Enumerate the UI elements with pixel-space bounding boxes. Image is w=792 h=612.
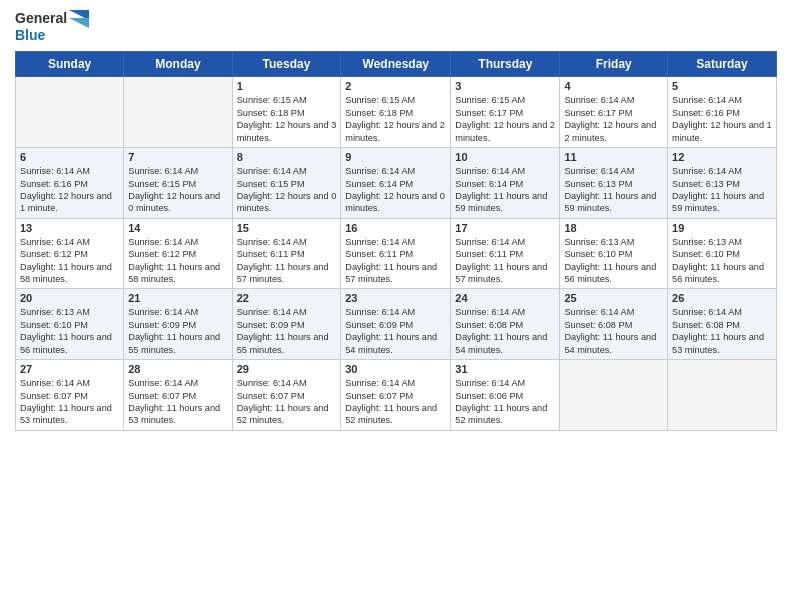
day-info: Sunrise: 6:14 AMSunset: 6:13 PMDaylight:… <box>672 165 772 215</box>
calendar-cell: 9Sunrise: 6:14 AMSunset: 6:14 PMDaylight… <box>341 148 451 219</box>
col-header-tuesday: Tuesday <box>232 52 341 77</box>
day-info: Sunrise: 6:14 AMSunset: 6:14 PMDaylight:… <box>345 165 446 215</box>
svg-marker-1 <box>69 18 89 28</box>
day-number: 19 <box>672 222 772 234</box>
day-number: 9 <box>345 151 446 163</box>
day-info: Sunrise: 6:14 AMSunset: 6:16 PMDaylight:… <box>672 94 772 144</box>
calendar-cell: 25Sunrise: 6:14 AMSunset: 6:08 PMDayligh… <box>560 289 668 360</box>
col-header-sunday: Sunday <box>16 52 124 77</box>
calendar-cell: 10Sunrise: 6:14 AMSunset: 6:14 PMDayligh… <box>451 148 560 219</box>
calendar-cell: 8Sunrise: 6:14 AMSunset: 6:15 PMDaylight… <box>232 148 341 219</box>
day-info: Sunrise: 6:14 AMSunset: 6:15 PMDaylight:… <box>128 165 227 215</box>
day-info: Sunrise: 6:14 AMSunset: 6:13 PMDaylight:… <box>564 165 663 215</box>
calendar-cell: 4Sunrise: 6:14 AMSunset: 6:17 PMDaylight… <box>560 77 668 148</box>
day-info: Sunrise: 6:14 AMSunset: 6:16 PMDaylight:… <box>20 165 119 215</box>
calendar-cell: 29Sunrise: 6:14 AMSunset: 6:07 PMDayligh… <box>232 360 341 431</box>
logo: General Blue <box>15 10 89 43</box>
col-header-friday: Friday <box>560 52 668 77</box>
day-number: 13 <box>20 222 119 234</box>
calendar-cell: 18Sunrise: 6:13 AMSunset: 6:10 PMDayligh… <box>560 218 668 289</box>
day-number: 23 <box>345 292 446 304</box>
day-number: 16 <box>345 222 446 234</box>
day-number: 21 <box>128 292 227 304</box>
header: General Blue <box>15 10 777 43</box>
calendar-cell: 23Sunrise: 6:14 AMSunset: 6:09 PMDayligh… <box>341 289 451 360</box>
day-number: 31 <box>455 363 555 375</box>
calendar-cell: 21Sunrise: 6:14 AMSunset: 6:09 PMDayligh… <box>124 289 232 360</box>
day-info: Sunrise: 6:14 AMSunset: 6:14 PMDaylight:… <box>455 165 555 215</box>
day-number: 3 <box>455 80 555 92</box>
day-number: 26 <box>672 292 772 304</box>
col-header-monday: Monday <box>124 52 232 77</box>
calendar-cell: 12Sunrise: 6:14 AMSunset: 6:13 PMDayligh… <box>668 148 777 219</box>
day-number: 2 <box>345 80 446 92</box>
calendar-cell: 6Sunrise: 6:14 AMSunset: 6:16 PMDaylight… <box>16 148 124 219</box>
calendar-cell: 16Sunrise: 6:14 AMSunset: 6:11 PMDayligh… <box>341 218 451 289</box>
day-info: Sunrise: 6:14 AMSunset: 6:08 PMDaylight:… <box>672 306 772 356</box>
day-number: 20 <box>20 292 119 304</box>
calendar-cell: 28Sunrise: 6:14 AMSunset: 6:07 PMDayligh… <box>124 360 232 431</box>
calendar-cell: 31Sunrise: 6:14 AMSunset: 6:06 PMDayligh… <box>451 360 560 431</box>
day-info: Sunrise: 6:14 AMSunset: 6:07 PMDaylight:… <box>237 377 337 427</box>
day-number: 30 <box>345 363 446 375</box>
calendar-cell: 20Sunrise: 6:13 AMSunset: 6:10 PMDayligh… <box>16 289 124 360</box>
day-info: Sunrise: 6:13 AMSunset: 6:10 PMDaylight:… <box>20 306 119 356</box>
calendar-cell: 15Sunrise: 6:14 AMSunset: 6:11 PMDayligh… <box>232 218 341 289</box>
day-number: 6 <box>20 151 119 163</box>
page: General Blue SundayMondayTuesdayWednesda… <box>0 0 792 612</box>
calendar-cell: 3Sunrise: 6:15 AMSunset: 6:17 PMDaylight… <box>451 77 560 148</box>
calendar-cell: 5Sunrise: 6:14 AMSunset: 6:16 PMDaylight… <box>668 77 777 148</box>
calendar-cell: 30Sunrise: 6:14 AMSunset: 6:07 PMDayligh… <box>341 360 451 431</box>
calendar-cell: 17Sunrise: 6:14 AMSunset: 6:11 PMDayligh… <box>451 218 560 289</box>
day-info: Sunrise: 6:14 AMSunset: 6:15 PMDaylight:… <box>237 165 337 215</box>
day-number: 8 <box>237 151 337 163</box>
day-info: Sunrise: 6:15 AMSunset: 6:18 PMDaylight:… <box>237 94 337 144</box>
day-info: Sunrise: 6:14 AMSunset: 6:07 PMDaylight:… <box>128 377 227 427</box>
day-info: Sunrise: 6:15 AMSunset: 6:18 PMDaylight:… <box>345 94 446 144</box>
calendar-cell: 27Sunrise: 6:14 AMSunset: 6:07 PMDayligh… <box>16 360 124 431</box>
day-number: 27 <box>20 363 119 375</box>
calendar: SundayMondayTuesdayWednesdayThursdayFrid… <box>15 51 777 430</box>
calendar-cell: 14Sunrise: 6:14 AMSunset: 6:12 PMDayligh… <box>124 218 232 289</box>
day-info: Sunrise: 6:14 AMSunset: 6:12 PMDaylight:… <box>20 236 119 286</box>
day-number: 29 <box>237 363 337 375</box>
day-number: 22 <box>237 292 337 304</box>
day-number: 24 <box>455 292 555 304</box>
calendar-cell <box>668 360 777 431</box>
col-header-saturday: Saturday <box>668 52 777 77</box>
day-info: Sunrise: 6:14 AMSunset: 6:08 PMDaylight:… <box>455 306 555 356</box>
day-number: 4 <box>564 80 663 92</box>
day-info: Sunrise: 6:14 AMSunset: 6:08 PMDaylight:… <box>564 306 663 356</box>
calendar-cell: 7Sunrise: 6:14 AMSunset: 6:15 PMDaylight… <box>124 148 232 219</box>
day-info: Sunrise: 6:14 AMSunset: 6:11 PMDaylight:… <box>455 236 555 286</box>
day-info: Sunrise: 6:14 AMSunset: 6:07 PMDaylight:… <box>20 377 119 427</box>
day-info: Sunrise: 6:14 AMSunset: 6:12 PMDaylight:… <box>128 236 227 286</box>
calendar-cell: 19Sunrise: 6:13 AMSunset: 6:10 PMDayligh… <box>668 218 777 289</box>
calendar-cell: 11Sunrise: 6:14 AMSunset: 6:13 PMDayligh… <box>560 148 668 219</box>
calendar-cell: 26Sunrise: 6:14 AMSunset: 6:08 PMDayligh… <box>668 289 777 360</box>
day-number: 5 <box>672 80 772 92</box>
day-info: Sunrise: 6:13 AMSunset: 6:10 PMDaylight:… <box>564 236 663 286</box>
calendar-cell: 2Sunrise: 6:15 AMSunset: 6:18 PMDaylight… <box>341 77 451 148</box>
day-number: 15 <box>237 222 337 234</box>
day-number: 18 <box>564 222 663 234</box>
calendar-cell: 13Sunrise: 6:14 AMSunset: 6:12 PMDayligh… <box>16 218 124 289</box>
day-number: 12 <box>672 151 772 163</box>
day-number: 17 <box>455 222 555 234</box>
calendar-cell <box>124 77 232 148</box>
day-number: 11 <box>564 151 663 163</box>
calendar-cell: 1Sunrise: 6:15 AMSunset: 6:18 PMDaylight… <box>232 77 341 148</box>
day-info: Sunrise: 6:15 AMSunset: 6:17 PMDaylight:… <box>455 94 555 144</box>
calendar-cell: 22Sunrise: 6:14 AMSunset: 6:09 PMDayligh… <box>232 289 341 360</box>
day-info: Sunrise: 6:13 AMSunset: 6:10 PMDaylight:… <box>672 236 772 286</box>
day-info: Sunrise: 6:14 AMSunset: 6:17 PMDaylight:… <box>564 94 663 144</box>
day-number: 14 <box>128 222 227 234</box>
day-info: Sunrise: 6:14 AMSunset: 6:06 PMDaylight:… <box>455 377 555 427</box>
day-number: 28 <box>128 363 227 375</box>
col-header-wednesday: Wednesday <box>341 52 451 77</box>
day-info: Sunrise: 6:14 AMSunset: 6:11 PMDaylight:… <box>237 236 337 286</box>
calendar-cell <box>16 77 124 148</box>
day-info: Sunrise: 6:14 AMSunset: 6:09 PMDaylight:… <box>128 306 227 356</box>
col-header-thursday: Thursday <box>451 52 560 77</box>
day-number: 10 <box>455 151 555 163</box>
